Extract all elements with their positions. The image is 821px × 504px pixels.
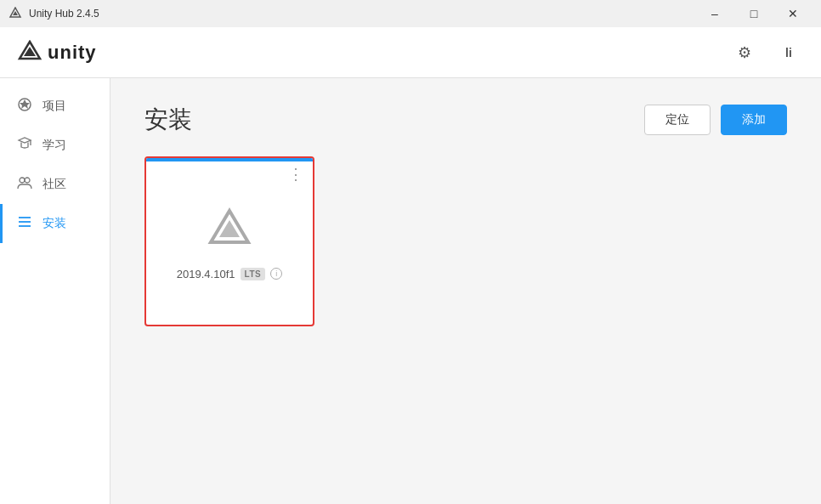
sidebar-item-installs[interactable]: 安装 <box>0 204 110 243</box>
sidebar-item-community[interactable]: 社区 <box>0 165 110 204</box>
settings-icon: ⚙ <box>738 43 751 62</box>
add-button[interactable]: 添加 <box>721 105 787 135</box>
titlebar-left: Unity Hub 2.4.5 <box>8 7 99 20</box>
svg-marker-5 <box>20 99 30 109</box>
content-actions: 定位 添加 <box>644 105 787 135</box>
sidebar-label-community: 社区 <box>42 177 66 192</box>
card-menu-button[interactable]: ⋮ <box>288 167 304 182</box>
sidebar-item-learn[interactable]: 学习 <box>0 126 110 165</box>
titlebar-title: Unity Hub 2.4.5 <box>29 8 99 20</box>
install-card[interactable]: ⋮ 2019.4.10f1 LTS i <box>144 156 314 326</box>
main-layout: 项目 学习 <box>0 78 821 504</box>
install-cards-grid: ⋮ 2019.4.10f1 LTS i <box>144 156 787 326</box>
learn-icon <box>17 136 32 155</box>
app-container: unity ⚙ li 项目 <box>0 27 821 504</box>
settings-button[interactable]: ⚙ <box>729 37 760 68</box>
community-icon <box>17 175 32 194</box>
header-logo: unity <box>17 40 97 65</box>
header-logo-text: unity <box>48 42 97 64</box>
sidebar: 项目 学习 <box>0 78 110 504</box>
close-button[interactable]: ✕ <box>773 0 813 27</box>
titlebar-controls: – □ ✕ <box>695 0 813 27</box>
titlebar: Unity Hub 2.4.5 – □ ✕ <box>0 0 821 27</box>
header-actions: ⚙ li <box>729 37 804 68</box>
sidebar-item-projects[interactable]: 项目 <box>0 87 110 126</box>
sidebar-label-learn: 学习 <box>42 138 66 153</box>
minimize-button[interactable]: – <box>695 0 734 27</box>
sidebar-label-projects: 项目 <box>42 99 66 114</box>
lts-badge: LTS <box>241 268 266 280</box>
unity-title-icon <box>8 7 22 20</box>
info-icon[interactable]: i <box>270 268 282 280</box>
header: unity ⚙ li <box>0 27 821 78</box>
card-body: 2019.4.10f1 LTS i <box>146 161 313 325</box>
unity-editor-icon <box>204 207 255 258</box>
svg-point-8 <box>25 178 30 183</box>
maximize-button[interactable]: □ <box>734 0 773 27</box>
account-icon: li <box>785 46 792 59</box>
unity-logo-icon <box>17 40 42 65</box>
installs-icon <box>17 214 32 233</box>
sidebar-label-installs: 安装 <box>42 216 66 231</box>
content-header: 安装 定位 添加 <box>144 104 787 136</box>
locate-button[interactable]: 定位 <box>644 105 711 135</box>
page-title: 安装 <box>144 104 192 136</box>
version-text: 2019.4.10f1 <box>177 268 235 280</box>
install-card-version-row: 2019.4.10f1 LTS i <box>177 268 282 280</box>
svg-point-7 <box>20 178 25 183</box>
account-button[interactable]: li <box>773 37 804 68</box>
content-area: 安装 定位 添加 ⋮ <box>110 78 821 504</box>
projects-icon <box>17 97 32 116</box>
